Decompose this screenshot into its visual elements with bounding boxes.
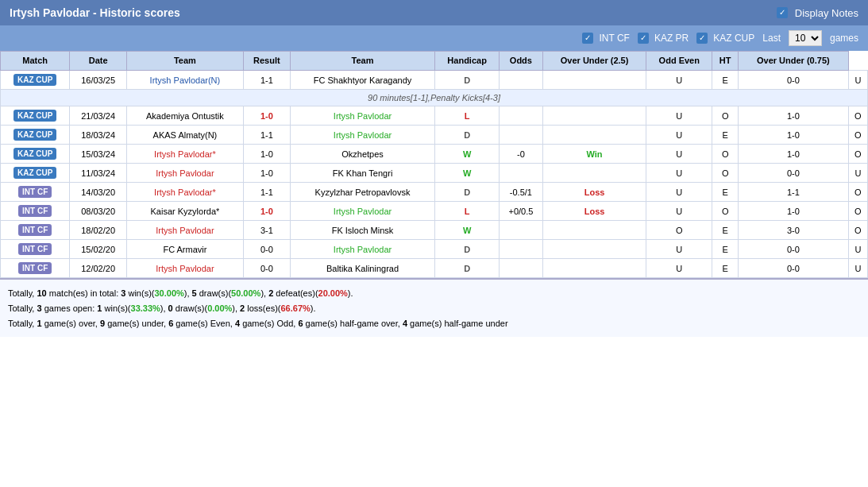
display-notes-label: Display Notes bbox=[795, 7, 858, 19]
handicap-cell: -0.5/1 bbox=[499, 183, 542, 202]
date-cell: 18/03/24 bbox=[70, 126, 126, 145]
odds-cell: Loss bbox=[542, 183, 646, 202]
date-cell: 11/03/24 bbox=[70, 164, 126, 183]
team1-cell[interactable]: Kaisar Kyzylorda* bbox=[126, 202, 243, 221]
kaz-pr-check[interactable]: ✓ bbox=[638, 33, 649, 44]
team1-cell[interactable]: Irtysh Pavlodar* bbox=[126, 145, 243, 164]
col-team1: Team bbox=[126, 52, 243, 71]
col-handicap: Handicap bbox=[435, 52, 500, 71]
team2-cell[interactable]: FK Khan Tengri bbox=[290, 164, 435, 183]
ht-cell: 0-0 bbox=[738, 259, 848, 278]
over-under-cell: U bbox=[646, 106, 712, 126]
over-under-cell: U bbox=[646, 240, 712, 259]
date-cell: 16/03/25 bbox=[70, 71, 126, 90]
over-under-cell: U bbox=[646, 71, 712, 90]
match-badge-cell: INT CF bbox=[1, 240, 70, 259]
filter-kaz-pr[interactable]: ✓ KAZ PR bbox=[638, 33, 689, 44]
team1-cell[interactable]: AKAS Almaty(N) bbox=[126, 126, 243, 145]
team2-cell[interactable]: Kyzylzhar Petropavlovsk bbox=[290, 183, 435, 202]
over-under-cell: U bbox=[646, 183, 712, 202]
odds-cell bbox=[542, 126, 646, 145]
kaz-pr-label: KAZ PR bbox=[654, 33, 689, 44]
result-cell: 3-1 bbox=[244, 221, 291, 240]
odds-cell: Loss bbox=[542, 202, 646, 221]
handicap-cell bbox=[499, 106, 542, 126]
odds-cell bbox=[542, 240, 646, 259]
handicap-cell: -0 bbox=[499, 145, 542, 164]
outcome-cell: W bbox=[435, 164, 500, 183]
result-cell: 1-0 bbox=[244, 106, 291, 126]
date-cell: 12/02/20 bbox=[70, 259, 126, 278]
col-date: Date bbox=[70, 52, 126, 71]
col-ht: HT bbox=[712, 52, 739, 71]
team2-cell[interactable]: FC Shakhtyor Karagandy bbox=[290, 71, 435, 90]
kaz-cup-check[interactable]: ✓ bbox=[696, 33, 708, 44]
table-row: INT CF 15/02/20 FC Armavir 0-0 Irtysh Pa… bbox=[1, 240, 868, 259]
ou075-cell: U bbox=[848, 71, 867, 90]
over-under-cell: U bbox=[646, 145, 712, 164]
odd-even-cell: O bbox=[712, 106, 739, 126]
team1-cell[interactable]: Irtysh Pavlodar bbox=[126, 259, 243, 278]
ht-cell: 0-0 bbox=[738, 71, 848, 90]
handicap-cell: +0/0.5 bbox=[499, 202, 542, 221]
table-row: KAZ CUP 21/03/24 Akademiya Ontustik 1-0 … bbox=[1, 106, 868, 126]
match-badge: KAZ CUP bbox=[14, 167, 56, 179]
ou075-cell: O bbox=[848, 106, 867, 126]
team2-cell[interactable]: Baltika Kaliningrad bbox=[290, 259, 435, 278]
ou075-cell: U bbox=[848, 164, 867, 183]
ht-cell: 0-0 bbox=[738, 164, 848, 183]
filter-row: ✓ INT CF ✓ KAZ PR ✓ KAZ CUP Last 5 10 15… bbox=[0, 25, 868, 51]
match-badge-cell: KAZ CUP bbox=[1, 71, 70, 90]
team2-cell[interactable]: Irtysh Pavlodar bbox=[290, 106, 435, 126]
col-team2: Team bbox=[290, 52, 435, 71]
team2-cell[interactable]: Irtysh Pavlodar bbox=[290, 240, 435, 259]
ht-cell: 1-0 bbox=[738, 126, 848, 145]
team1-cell[interactable]: Akademiya Ontustik bbox=[126, 106, 243, 126]
note-row: 90 minutes[1-1],Penalty Kicks[4-3] bbox=[1, 90, 868, 106]
filter-kaz-cup[interactable]: ✓ KAZ CUP bbox=[696, 33, 754, 44]
display-notes-check[interactable]: ✓ bbox=[777, 7, 788, 18]
header: Irtysh Pavlodar - Historic scores ✓ Disp… bbox=[0, 0, 868, 25]
odds-cell bbox=[542, 221, 646, 240]
team2-cell[interactable]: Irtysh Pavlodar bbox=[290, 126, 435, 145]
handicap-cell bbox=[499, 126, 542, 145]
col-match: Match bbox=[1, 52, 70, 71]
filter-int-cf[interactable]: ✓ INT CF bbox=[582, 33, 629, 44]
handicap-cell bbox=[499, 221, 542, 240]
int-cf-check[interactable]: ✓ bbox=[582, 33, 593, 44]
int-cf-label: INT CF bbox=[599, 33, 629, 44]
odd-even-cell: E bbox=[712, 126, 739, 145]
team1-cell[interactable]: Irtysh Pavlodar(N) bbox=[126, 71, 243, 90]
col-over-under-25: Over Under (2.5) bbox=[542, 52, 646, 71]
outcome-cell: D bbox=[435, 259, 500, 278]
match-badge-cell: KAZ CUP bbox=[1, 145, 70, 164]
team1-cell[interactable]: FC Armavir bbox=[126, 240, 243, 259]
odd-even-cell: E bbox=[712, 71, 739, 90]
ou075-cell: O bbox=[848, 221, 867, 240]
over-under-cell: U bbox=[646, 259, 712, 278]
ht-cell: 1-1 bbox=[738, 183, 848, 202]
date-cell: 21/03/24 bbox=[70, 106, 126, 126]
outcome-cell: L bbox=[435, 106, 500, 126]
team1-cell[interactable]: Irtysh Pavlodar bbox=[126, 164, 243, 183]
over-under-cell: O bbox=[646, 221, 712, 240]
scores-table: Match Date Team Result Team Handicap Odd… bbox=[0, 51, 868, 278]
table-row: INT CF 08/03/20 Kaisar Kyzylorda* 1-0 Ir… bbox=[1, 202, 868, 221]
last-games-select[interactable]: 5 10 15 20 25 30 All bbox=[789, 30, 822, 46]
odds-cell bbox=[542, 164, 646, 183]
ou075-cell: O bbox=[848, 126, 867, 145]
games-label: games bbox=[830, 33, 858, 44]
last-label: Last bbox=[762, 33, 781, 44]
team2-cell[interactable]: FK Isloch Minsk bbox=[290, 221, 435, 240]
match-badge: INT CF bbox=[18, 243, 52, 255]
team1-cell[interactable]: Irtysh Pavlodar* bbox=[126, 183, 243, 202]
table-row: INT CF 12/02/20 Irtysh Pavlodar 0-0 Balt… bbox=[1, 259, 868, 278]
ou075-cell: O bbox=[848, 202, 867, 221]
result-cell: 1-0 bbox=[244, 202, 291, 221]
match-badge-cell: INT CF bbox=[1, 259, 70, 278]
team2-cell[interactable]: Irtysh Pavlodar bbox=[290, 202, 435, 221]
team2-cell[interactable]: Okzhetpes bbox=[290, 145, 435, 164]
col-odds: Odds bbox=[499, 52, 542, 71]
outcome-cell: W bbox=[435, 221, 500, 240]
team1-cell[interactable]: Irtysh Pavlodar bbox=[126, 221, 243, 240]
